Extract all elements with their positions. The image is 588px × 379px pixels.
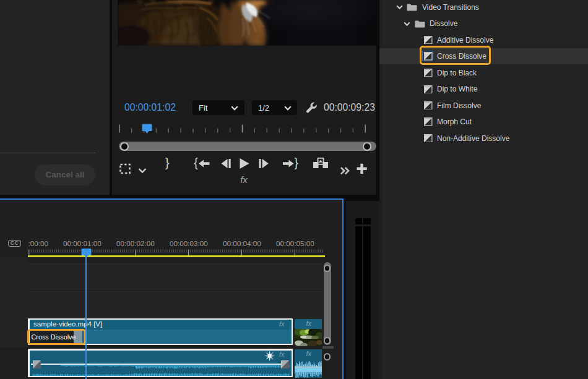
svg-text:}: } bbox=[294, 156, 298, 169]
svg-text:}: } bbox=[165, 156, 170, 169]
svg-text:{: { bbox=[194, 156, 198, 169]
svg-text:fx: fx bbox=[240, 174, 248, 185]
